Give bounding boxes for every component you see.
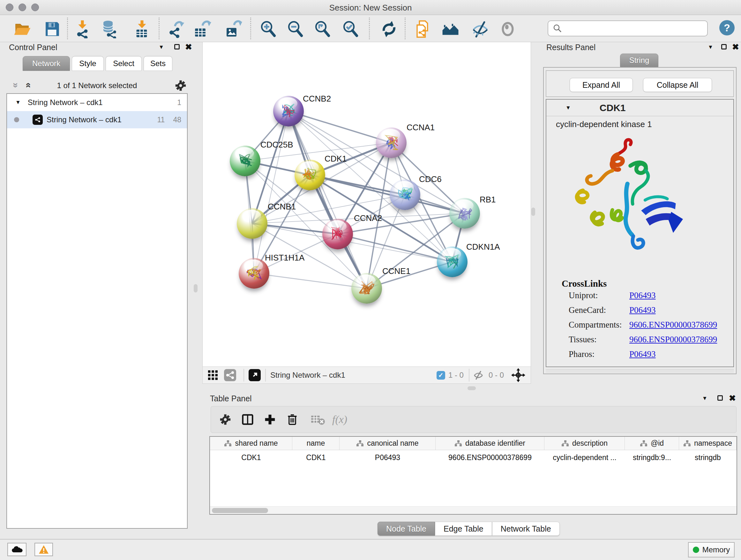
panel-menu-icon[interactable]: ▼ [702, 395, 708, 401]
table-cell[interactable]: stringdb [679, 450, 737, 465]
network-options-gear-icon[interactable] [175, 80, 186, 92]
network-canvas[interactable]: CCNB2CCNA1CDC25BCDK1CDC6RB1CCNB1CCNA2CDK… [202, 42, 531, 367]
network-view-type-icon[interactable] [221, 369, 239, 381]
save-session-icon[interactable] [42, 19, 62, 39]
table-cell[interactable]: CDK1 [292, 450, 340, 465]
first-neighbors-icon[interactable] [441, 19, 461, 39]
tab-network-table[interactable]: Network Table [492, 522, 560, 536]
crosslink-link[interactable]: P06493 [629, 349, 656, 359]
collapse-all-button[interactable]: Collapse All [643, 78, 712, 92]
create-column-icon[interactable] [259, 414, 281, 425]
network-node-rb1[interactable] [449, 198, 480, 229]
search-input[interactable] [565, 24, 704, 33]
column-header-databaseidentifier[interactable]: database identifier [435, 437, 544, 450]
close-panel-icon[interactable]: ✖ [729, 393, 736, 403]
network-node-ccnb2[interactable] [273, 96, 304, 126]
show-all-icon[interactable] [497, 19, 518, 39]
network-node-cdc25b[interactable] [230, 145, 260, 176]
network-node-ccna1[interactable] [376, 127, 407, 158]
node-label-cdc6: CDC6 [419, 174, 442, 184]
cloud-status-button[interactable] [7, 543, 26, 556]
birds-eye-crosshair-icon[interactable] [507, 368, 529, 382]
export-network-icon[interactable] [166, 19, 186, 39]
toolbar-separator [250, 17, 251, 39]
selected-checkbox-icon[interactable]: ✓ [436, 371, 445, 380]
zoom-fit-icon[interactable] [313, 19, 333, 39]
table-cell[interactable]: cyclin-dependent ... [544, 450, 625, 465]
crosslink-link[interactable]: P06493 [629, 305, 656, 315]
tab-select[interactable]: Select [106, 56, 142, 71]
network-node-cdkn1a[interactable] [437, 246, 468, 277]
grid-view-icon[interactable] [205, 370, 221, 380]
expand-all-button[interactable]: Expand All [569, 78, 633, 92]
crosslink-link[interactable]: 9606.ENSP00000378699 [629, 334, 717, 344]
column-header-description[interactable]: description [544, 437, 625, 450]
zoom-in-icon[interactable] [258, 19, 279, 39]
network-node-ccnb1[interactable] [237, 208, 267, 239]
tab-style[interactable]: Style [72, 56, 104, 71]
table-cell[interactable]: stringdb:9... [625, 450, 679, 465]
show-columns-icon[interactable] [237, 414, 259, 425]
table-options-gear-icon[interactable] [214, 414, 237, 425]
delete-column-icon[interactable] [281, 414, 304, 426]
float-panel-icon[interactable] [718, 395, 723, 401]
crosslink-link[interactable]: P06493 [629, 291, 656, 300]
column-header-canonicalname[interactable]: canonical name [340, 437, 435, 450]
duplicate-network-icon[interactable] [413, 19, 434, 39]
refresh-icon[interactable] [379, 19, 399, 39]
tab-node-table[interactable]: Node Table [378, 522, 435, 536]
network-collection-row[interactable]: ▼ String Network – cdk1 1 [7, 94, 187, 111]
tab-network[interactable]: Network [23, 56, 70, 71]
zoom-selected-icon[interactable] [340, 19, 361, 39]
gene-expander-icon[interactable]: ▼ [565, 105, 571, 111]
memory-button[interactable]: Memory [688, 542, 735, 557]
export-image-icon[interactable] [223, 19, 243, 39]
status-bar: Memory [0, 539, 741, 560]
network-edge[interactable] [254, 111, 288, 273]
table-row[interactable]: CDK1CDK1P064939606.ENSP00000378699cyclin… [210, 450, 737, 465]
table-cell[interactable]: P06493 [340, 450, 435, 465]
network-type-icon [32, 115, 43, 125]
network-node-cdk1[interactable] [294, 160, 325, 190]
node-label-ccna2: CCNA2 [354, 213, 382, 223]
network-node-ccne1[interactable] [351, 273, 382, 304]
float-panel-icon[interactable] [174, 44, 180, 50]
detach-view-icon[interactable] [249, 369, 261, 381]
tab-sets[interactable]: Sets [144, 56, 172, 71]
left-splitter-handle[interactable] [194, 284, 198, 293]
column-header-sharedname[interactable]: shared name [210, 437, 292, 450]
tab-edge-table[interactable]: Edge Table [435, 522, 492, 536]
right-splitter-handle[interactable] [531, 207, 535, 216]
table-cell[interactable]: 9606.ENSP00000378699 [435, 450, 544, 465]
export-table-icon[interactable] [192, 19, 212, 39]
bottom-splitter-handle[interactable] [468, 386, 476, 390]
column-header-name[interactable]: name [292, 437, 340, 450]
table-panel: Table Panel ▼ ✖ f(x) shared namenamecano… [207, 393, 738, 539]
help-button[interactable]: ? [719, 20, 735, 36]
import-table-icon[interactable] [131, 19, 152, 39]
network-node-ccna2[interactable] [322, 219, 353, 249]
crosslink-link[interactable]: 9606.ENSP00000378699 [629, 320, 717, 329]
import-network-file-icon[interactable] [72, 19, 93, 39]
import-network-database-icon[interactable] [99, 19, 120, 39]
hide-selected-icon[interactable] [470, 19, 490, 39]
panel-menu-icon[interactable]: ▼ [158, 44, 164, 51]
close-panel-icon[interactable]: ✖ [185, 42, 192, 52]
table-horizontal-scrollbar[interactable] [210, 506, 737, 514]
close-panel-icon[interactable]: ✖ [732, 42, 739, 52]
float-panel-icon[interactable] [721, 44, 727, 50]
scrollbar-thumb[interactable] [212, 508, 268, 513]
collection-expander-icon[interactable]: ▼ [15, 99, 21, 106]
warnings-button[interactable] [35, 543, 53, 556]
tab-string[interactable]: String [620, 54, 658, 67]
network-node-cdc6[interactable] [390, 179, 420, 210]
column-header-id[interactable]: @id [625, 437, 679, 450]
panel-menu-icon[interactable]: ▼ [708, 44, 713, 51]
network-edge[interactable] [254, 273, 367, 288]
zoom-out-icon[interactable] [285, 19, 306, 39]
open-session-icon[interactable] [12, 19, 32, 39]
network-row[interactable]: String Network – cdk1 11 48 [7, 111, 187, 128]
column-header-namespace[interactable]: namespace [679, 437, 737, 450]
table-cell[interactable]: CDK1 [210, 450, 292, 465]
results-scroll-strip[interactable] [546, 369, 734, 373]
